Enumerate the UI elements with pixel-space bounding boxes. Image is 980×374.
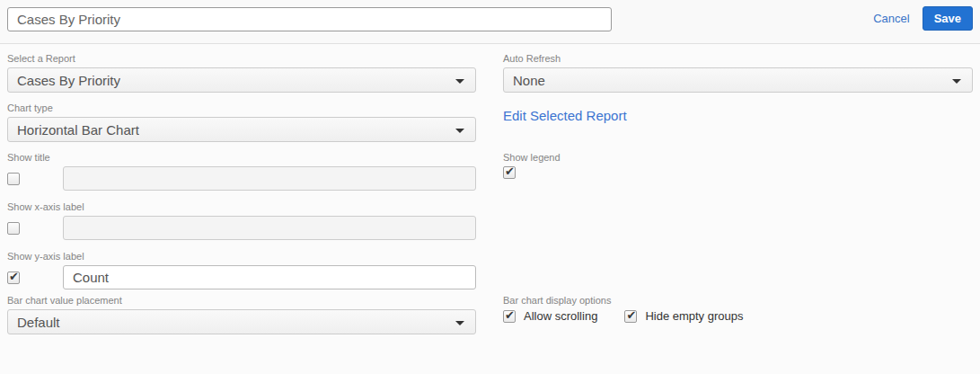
header-bar: Cancel Save [0, 0, 980, 44]
display-options-label: Bar chart display options [503, 295, 744, 306]
cancel-button[interactable]: Cancel [873, 12, 909, 25]
auto-refresh-group: Auto Refresh None [503, 53, 973, 93]
show-x-axis-label: Show x-axis label [7, 201, 476, 212]
edit-report-group: Edit Selected Report [503, 108, 627, 124]
chart-type-value: Horizontal Bar Chart [17, 122, 139, 138]
show-title-checkbox[interactable] [7, 173, 20, 185]
display-options-group: Bar chart display options Allow scrollin… [503, 295, 744, 323]
allow-scrolling-label: Allow scrolling [524, 309, 597, 323]
show-title-group: Show title [7, 152, 476, 191]
show-legend-label: Show legend [503, 152, 561, 163]
chart-type-label: Chart type [7, 102, 476, 113]
show-y-axis-label: Show y-axis label [7, 251, 476, 262]
chevron-down-icon [455, 79, 464, 84]
widget-title-input[interactable] [7, 7, 612, 31]
show-legend-checkbox[interactable] [503, 166, 516, 179]
auto-refresh-value: None [513, 73, 545, 88]
show-legend-group: Show legend [503, 152, 561, 179]
select-report-value: Cases By Priority [17, 73, 120, 88]
show-x-axis-group: Show x-axis label [7, 201, 476, 240]
show-title-label: Show title [7, 152, 476, 163]
chart-type-group: Chart type Horizontal Bar Chart [7, 102, 476, 142]
y-axis-text-input[interactable] [63, 265, 476, 289]
chevron-down-icon [455, 321, 464, 325]
show-y-axis-checkbox[interactable] [7, 272, 20, 284]
show-y-axis-group: Show y-axis label [7, 251, 476, 289]
title-text-input [63, 166, 476, 191]
value-placement-label: Bar chart value placement [7, 295, 476, 306]
header-actions: Cancel Save [873, 6, 973, 31]
auto-refresh-label: Auto Refresh [503, 53, 973, 64]
x-axis-text-input [63, 216, 476, 240]
chevron-down-icon [952, 79, 961, 84]
hide-empty-groups-checkbox[interactable] [624, 310, 637, 323]
chart-type-dropdown[interactable]: Horizontal Bar Chart [7, 117, 476, 142]
hide-empty-groups-label: Hide empty groups [645, 309, 743, 323]
show-x-axis-checkbox[interactable] [7, 222, 20, 235]
select-report-label: Select a Report [7, 53, 476, 64]
allow-scrolling-checkbox[interactable] [503, 310, 516, 323]
auto-refresh-dropdown[interactable]: None [503, 67, 973, 93]
value-placement-dropdown[interactable]: Default [7, 309, 476, 334]
value-placement-group: Bar chart value placement Default [7, 295, 476, 334]
widget-config-panel: Cancel Save Select a Report Cases By Pri… [0, 0, 980, 374]
value-placement-value: Default [17, 315, 60, 330]
chevron-down-icon [455, 129, 464, 133]
edit-selected-report-link[interactable]: Edit Selected Report [503, 108, 627, 123]
save-button[interactable]: Save [923, 6, 973, 31]
select-report-dropdown[interactable]: Cases By Priority [7, 67, 476, 93]
select-report-group: Select a Report Cases By Priority [7, 53, 476, 93]
